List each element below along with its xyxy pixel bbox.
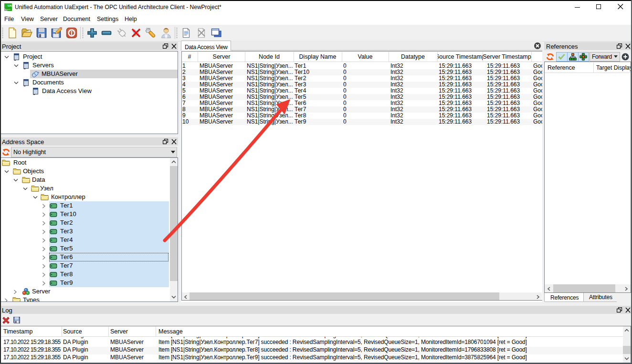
svg-text:expert: expert: [5, 8, 11, 10]
svg-text:UA: UA: [8, 4, 12, 7]
